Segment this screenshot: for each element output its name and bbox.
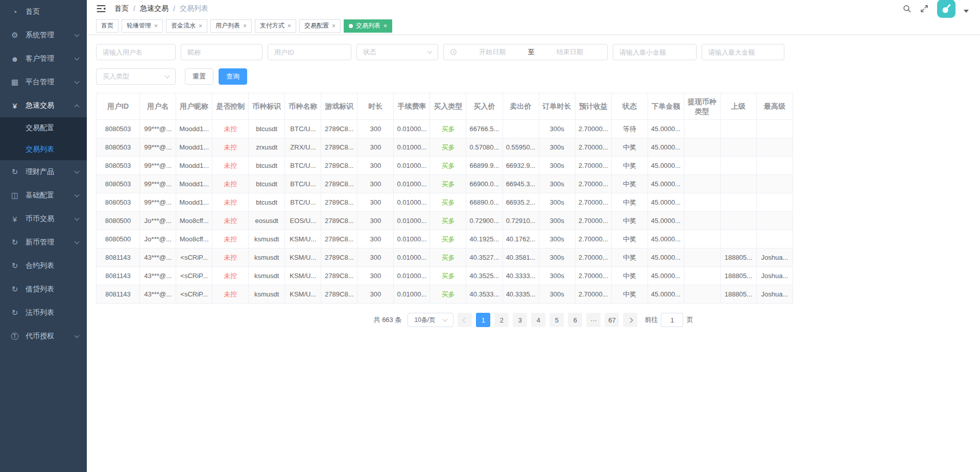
table-cell: 40.3333... bbox=[503, 267, 539, 285]
tab-fund-flow[interactable]: 资金流水× bbox=[166, 19, 207, 33]
table-cell: 买多 bbox=[430, 285, 466, 304]
sidebar-item-customer-mgmt[interactable]: ☻客户管理 bbox=[0, 47, 87, 70]
table-cell: 45.0000... bbox=[648, 175, 684, 193]
close-icon[interactable]: × bbox=[384, 23, 387, 29]
table-cell: 2789C8... bbox=[321, 285, 357, 304]
table-cell: 45.0000... bbox=[648, 285, 684, 304]
username-input[interactable] bbox=[96, 44, 176, 60]
nickname-input[interactable] bbox=[181, 44, 262, 60]
sidebar-item-fiat-list[interactable]: ↻法币列表 bbox=[0, 301, 87, 325]
table-cell: <sCRiP... bbox=[176, 267, 212, 285]
prev-page-button[interactable] bbox=[458, 313, 472, 327]
page-button[interactable]: 1 bbox=[476, 313, 490, 327]
sidebar-item-wealth-products[interactable]: ↻理财产品 bbox=[0, 160, 87, 184]
tab-payment-methods[interactable]: 支付方式× bbox=[255, 19, 296, 33]
users-icon: ☻ bbox=[9, 55, 20, 63]
table-cell: 300 bbox=[357, 249, 394, 267]
table-cell: 300 bbox=[357, 120, 394, 138]
table-cell: 0.01000... bbox=[394, 285, 430, 304]
sync-icon: ↻ bbox=[9, 238, 20, 247]
sidebar-item-coin-trade[interactable]: ¥币币交易 bbox=[0, 207, 87, 231]
page-button[interactable]: 67 bbox=[605, 313, 619, 327]
sidebar-item-trade-config[interactable]: 交易配置 bbox=[0, 117, 87, 139]
sidebar-item-trade-list[interactable]: 交易列表 bbox=[0, 139, 87, 160]
tab-label: 交易配置 bbox=[304, 21, 329, 30]
max-amount-input[interactable] bbox=[702, 44, 784, 60]
sidebar-item-platform-mgmt[interactable]: ▦平台管理 bbox=[0, 70, 87, 94]
goto-page-input[interactable] bbox=[661, 313, 683, 327]
buy-type-select[interactable]: 买入类型 bbox=[96, 68, 176, 85]
next-page-button[interactable] bbox=[623, 313, 637, 327]
tab-trade-list[interactable]: 交易列表× bbox=[344, 19, 392, 33]
sidebar-item-basic-config[interactable]: ◫基础配置 bbox=[0, 184, 87, 207]
user-menu-caret-icon[interactable] bbox=[964, 10, 969, 13]
tab-banner-mgmt[interactable]: 轮播管理× bbox=[122, 19, 163, 33]
sidebar-item-token-auth[interactable]: Ⓣ代币授权 bbox=[0, 325, 87, 348]
sidebar-item-system-mgmt[interactable]: ⚙系统管理 bbox=[0, 23, 87, 47]
sync-icon: ↻ bbox=[9, 261, 20, 270]
page-ellipsis[interactable]: ··· bbox=[586, 313, 601, 327]
table-container: 用户ID用户名用户昵称是否控制币种标识币种名称游戏标识时长手续费率买入类型买入价… bbox=[87, 93, 980, 304]
breadcrumb: 首页/急速交易/交易列表 bbox=[114, 4, 208, 13]
tab-user-list[interactable]: 用户列表× bbox=[210, 19, 252, 33]
reset-button[interactable]: 重置 bbox=[185, 68, 213, 85]
sync-icon: ↻ bbox=[9, 308, 20, 317]
main: 首页/急速交易/交易列表 bbox=[87, 0, 980, 472]
table-cell: 300s bbox=[539, 230, 575, 249]
table-cell: 99***@... bbox=[140, 175, 176, 193]
table-cell: 买多 bbox=[430, 267, 466, 285]
sidebar-item-home[interactable]: ◔首页 bbox=[0, 0, 87, 23]
breadcrumb-item[interactable]: 急速交易 bbox=[140, 4, 169, 13]
table-cell: Joshua... bbox=[756, 249, 793, 267]
sidebar-item-label: 急速交易 bbox=[26, 101, 75, 110]
min-amount-input[interactable] bbox=[613, 44, 697, 60]
avatar[interactable] bbox=[937, 0, 955, 18]
pagination: 共 663 条 10条/页 123456···67 前往 页 bbox=[87, 313, 980, 327]
page-size-select[interactable]: 10条/页 bbox=[408, 313, 453, 327]
goto-suffix: 页 bbox=[686, 315, 693, 325]
sidebar-toggle-icon[interactable] bbox=[96, 4, 106, 13]
breadcrumb-item[interactable]: 首页 bbox=[114, 4, 129, 13]
table-cell: 8080503 bbox=[97, 193, 140, 212]
userid-input[interactable] bbox=[268, 44, 351, 60]
table-cell: <sCRiP... bbox=[176, 249, 212, 267]
search-icon[interactable] bbox=[902, 4, 912, 13]
search-button[interactable]: 查询 bbox=[219, 68, 247, 85]
table-cell: 66890.0... bbox=[466, 193, 503, 212]
date-separator: 至 bbox=[528, 47, 535, 57]
sidebar-item-loan-list[interactable]: ↻借贷列表 bbox=[0, 278, 87, 301]
fullscreen-icon[interactable] bbox=[920, 4, 929, 13]
close-icon[interactable]: × bbox=[288, 23, 291, 29]
page-button[interactable]: 6 bbox=[568, 313, 582, 327]
page-button[interactable]: 2 bbox=[494, 313, 509, 327]
sidebar-menu: ◔首页⚙系统管理☻客户管理▦平台管理¥急速交易交易配置交易列表↻理财产品◫基础配… bbox=[0, 0, 87, 348]
page-button[interactable]: 4 bbox=[531, 313, 545, 327]
close-icon[interactable]: × bbox=[332, 23, 336, 29]
close-icon[interactable]: × bbox=[199, 23, 202, 29]
page-button[interactable]: 3 bbox=[513, 313, 527, 327]
page-button[interactable]: 5 bbox=[549, 313, 564, 327]
close-icon[interactable]: × bbox=[243, 23, 247, 29]
table-row: 808050399***@...Moodd1...未控btcusdtBTC/U.… bbox=[97, 120, 793, 138]
table-row: 808114343***@...<sCRiP...未控ksmusdtKSM/U.… bbox=[97, 267, 793, 285]
grid-icon: ▦ bbox=[9, 78, 20, 87]
table-cell bbox=[684, 193, 720, 212]
table-cell: 8080500 bbox=[97, 230, 140, 249]
sidebar-item-label: 理财产品 bbox=[26, 167, 75, 177]
sidebar-item-contract-list[interactable]: ↻合约列表 bbox=[0, 254, 87, 278]
sidebar-item-express-trade[interactable]: ¥急速交易 bbox=[0, 94, 87, 117]
breadcrumb-item: 交易列表 bbox=[180, 4, 208, 13]
date-range-picker[interactable]: 开始日期 至 结束日期 bbox=[443, 44, 608, 60]
table-cell: <sCRiP... bbox=[176, 285, 212, 304]
table-cell: 45.0000... bbox=[648, 193, 684, 212]
table-cell: 40.3533... bbox=[466, 285, 503, 304]
close-icon[interactable]: × bbox=[154, 23, 158, 29]
sidebar-item-new-coin-mgmt[interactable]: ↻新币管理 bbox=[0, 231, 87, 254]
table-cell: 0.01000... bbox=[394, 120, 430, 138]
tab-trade-config[interactable]: 交易配置× bbox=[299, 19, 341, 33]
table-cell bbox=[756, 175, 793, 193]
table-cell: 300s bbox=[539, 120, 575, 138]
table-cell: 未控 bbox=[212, 230, 249, 249]
status-select[interactable]: 状态 bbox=[356, 44, 438, 60]
tab-home[interactable]: 首页 bbox=[96, 19, 118, 33]
